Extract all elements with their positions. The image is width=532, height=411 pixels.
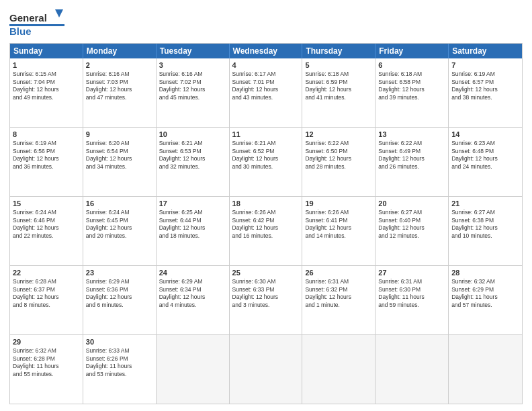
day-cell-30: 30Sunrise: 6:33 AMSunset: 6:26 PMDayligh…: [83, 335, 157, 404]
week-row-4: 22Sunrise: 6:28 AMSunset: 6:37 PMDayligh…: [10, 265, 522, 334]
header-wednesday: Wednesday: [230, 44, 303, 58]
day-number-26: 26: [305, 268, 372, 277]
day-cell-16: 16Sunrise: 6:24 AMSunset: 6:45 PMDayligh…: [83, 197, 157, 265]
empty-cell-w4-d6: [449, 335, 522, 404]
cell-line: and 45 minutes.: [159, 94, 226, 101]
cell-line: Sunset: 6:40 PM: [378, 217, 445, 224]
cell-line: and 1 minute.: [305, 302, 372, 309]
cell-line: and 43 minutes.: [232, 94, 300, 101]
cell-line: Daylight: 12 hours: [305, 224, 372, 232]
cell-line: Daylight: 12 hours: [378, 86, 445, 93]
week-row-1: 1Sunrise: 6:15 AMSunset: 7:04 PMDaylight…: [10, 58, 522, 127]
cell-line: Sunset: 6:33 PM: [232, 286, 300, 293]
day-cell-22: 22Sunrise: 6:28 AMSunset: 6:37 PMDayligh…: [10, 266, 83, 334]
cell-line: and 28 minutes.: [305, 163, 372, 171]
cell-line: Sunrise: 6:21 AM: [232, 140, 300, 147]
cell-line: Sunrise: 6:33 AM: [86, 347, 153, 355]
day-number-30: 30: [86, 337, 153, 347]
cell-line: Daylight: 12 hours: [305, 155, 372, 163]
day-cell-20: 20Sunrise: 6:27 AMSunset: 6:40 PMDayligh…: [375, 197, 449, 265]
day-cell-3: 3Sunrise: 6:16 AMSunset: 7:02 PMDaylight…: [157, 58, 230, 127]
day-cell-18: 18Sunrise: 6:26 AMSunset: 6:42 PMDayligh…: [230, 197, 303, 265]
cell-line: Daylight: 12 hours: [159, 86, 226, 93]
day-number-24: 24: [159, 268, 226, 277]
day-cell-2: 2Sunrise: 6:16 AMSunset: 7:03 PMDaylight…: [83, 58, 157, 127]
day-number-23: 23: [86, 268, 153, 277]
cell-line: Daylight: 12 hours: [13, 293, 80, 301]
day-cell-1: 1Sunrise: 6:15 AMSunset: 7:04 PMDaylight…: [10, 58, 83, 127]
day-number-15: 15: [13, 199, 80, 208]
day-cell-6: 6Sunrise: 6:18 AMSunset: 6:58 PMDaylight…: [375, 58, 449, 127]
cell-line: Daylight: 12 hours: [13, 155, 80, 163]
cell-line: Sunset: 6:52 PM: [232, 148, 300, 155]
cell-line: Sunrise: 6:31 AM: [305, 278, 372, 285]
day-number-11: 11: [232, 130, 300, 139]
cell-line: Sunset: 6:45 PM: [86, 217, 153, 224]
cell-line: Sunrise: 6:24 AM: [13, 209, 80, 216]
day-cell-29: 29Sunrise: 6:32 AMSunset: 6:28 PMDayligh…: [10, 335, 83, 404]
day-cell-28: 28Sunrise: 6:32 AMSunset: 6:29 PMDayligh…: [449, 266, 522, 334]
day-number-3: 3: [159, 60, 226, 70]
cell-line: Daylight: 12 hours: [451, 224, 519, 232]
day-cell-23: 23Sunrise: 6:29 AMSunset: 6:36 PMDayligh…: [83, 266, 157, 334]
logo: General Blue: [9, 7, 73, 39]
svg-text:Blue: Blue: [9, 26, 32, 37]
day-cell-5: 5Sunrise: 6:18 AMSunset: 6:59 PMDaylight…: [302, 58, 375, 127]
cell-line: Daylight: 11 hours: [86, 363, 153, 370]
cell-line: Daylight: 12 hours: [232, 155, 300, 163]
day-cell-21: 21Sunrise: 6:27 AMSunset: 6:38 PMDayligh…: [449, 197, 522, 265]
day-cell-17: 17Sunrise: 6:25 AMSunset: 6:44 PMDayligh…: [157, 197, 230, 265]
cell-line: Daylight: 12 hours: [451, 86, 519, 93]
cell-line: Sunset: 6:26 PM: [86, 355, 153, 363]
day-number-8: 8: [13, 130, 80, 139]
day-cell-13: 13Sunrise: 6:22 AMSunset: 6:49 PMDayligh…: [375, 128, 449, 196]
cell-line: Sunset: 7:04 PM: [13, 79, 80, 86]
cell-line: Daylight: 12 hours: [13, 224, 80, 232]
day-cell-26: 26Sunrise: 6:31 AMSunset: 6:32 PMDayligh…: [302, 266, 375, 334]
cell-line: and 26 minutes.: [378, 163, 445, 171]
calendar-header: Sunday Monday Tuesday Wednesday Thursday…: [10, 44, 522, 58]
week-row-3: 15Sunrise: 6:24 AMSunset: 6:46 PMDayligh…: [10, 196, 522, 265]
cell-line: Sunset: 6:30 PM: [378, 286, 445, 293]
cell-line: Sunrise: 6:24 AM: [86, 209, 153, 216]
cell-line: and 39 minutes.: [378, 94, 445, 101]
cell-line: Sunset: 6:48 PM: [451, 148, 519, 155]
cell-line: and 3 minutes.: [232, 302, 300, 309]
cell-line: and 18 minutes.: [159, 232, 226, 240]
day-number-19: 19: [305, 199, 372, 208]
day-cell-14: 14Sunrise: 6:23 AMSunset: 6:48 PMDayligh…: [449, 128, 522, 196]
cell-line: Daylight: 12 hours: [451, 155, 519, 163]
cell-line: Daylight: 11 hours: [451, 293, 519, 301]
day-number-14: 14: [451, 130, 519, 139]
page: General Blue Sunday Monday Tuesday Wedne…: [0, 0, 532, 411]
header-monday: Monday: [83, 44, 157, 58]
cell-line: Sunset: 6:38 PM: [451, 217, 519, 224]
day-number-10: 10: [159, 130, 226, 139]
header-saturday: Saturday: [449, 44, 522, 58]
cell-line: and 38 minutes.: [451, 94, 519, 101]
cell-line: Sunrise: 6:16 AM: [86, 71, 153, 78]
day-cell-7: 7Sunrise: 6:19 AMSunset: 6:57 PMDaylight…: [449, 58, 522, 127]
cell-line: and 32 minutes.: [159, 163, 226, 171]
cell-line: Daylight: 12 hours: [232, 224, 300, 232]
day-cell-10: 10Sunrise: 6:21 AMSunset: 6:53 PMDayligh…: [157, 128, 230, 196]
cell-line: and 55 minutes.: [13, 371, 80, 378]
svg-text:General: General: [9, 12, 47, 24]
cell-line: Sunrise: 6:27 AM: [451, 209, 519, 216]
cell-line: Sunset: 6:56 PM: [13, 148, 80, 155]
day-cell-8: 8Sunrise: 6:19 AMSunset: 6:56 PMDaylight…: [10, 128, 83, 196]
cell-line: Sunset: 6:57 PM: [451, 79, 519, 86]
day-number-2: 2: [86, 60, 153, 70]
logo-svg: General Blue: [9, 7, 73, 39]
cell-line: Sunrise: 6:31 AM: [378, 278, 445, 285]
cell-line: and 36 minutes.: [13, 163, 80, 171]
cell-line: Daylight: 12 hours: [232, 86, 300, 93]
empty-cell-w4-d5: [375, 335, 449, 404]
day-cell-19: 19Sunrise: 6:26 AMSunset: 6:41 PMDayligh…: [302, 197, 375, 265]
cell-line: Sunrise: 6:23 AM: [451, 140, 519, 147]
day-cell-27: 27Sunrise: 6:31 AMSunset: 6:30 PMDayligh…: [375, 266, 449, 334]
cell-line: Sunrise: 6:29 AM: [86, 278, 153, 285]
cell-line: and 10 minutes.: [451, 232, 519, 240]
calendar-body: 1Sunrise: 6:15 AMSunset: 7:04 PMDaylight…: [10, 58, 522, 404]
week-row-5: 29Sunrise: 6:32 AMSunset: 6:28 PMDayligh…: [10, 334, 522, 404]
